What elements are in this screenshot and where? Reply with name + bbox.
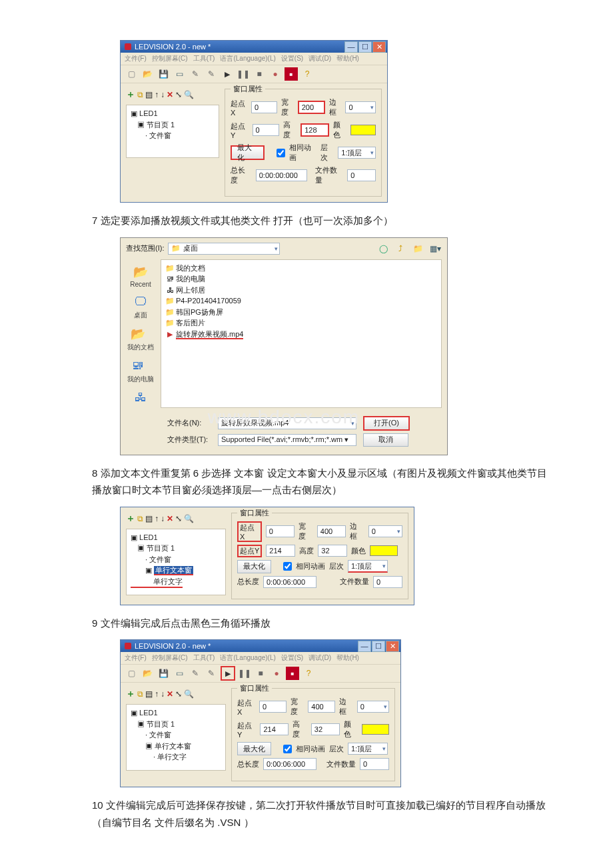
input-duration[interactable]: 0:00:00:000 bbox=[256, 169, 307, 181]
tree-node-page[interactable]: ▣ 节目页 1 bbox=[131, 719, 221, 730]
select-layer[interactable]: 1:顶层▾ bbox=[348, 560, 388, 573]
maximize-button[interactable]: 最大化 bbox=[237, 560, 271, 573]
recent-icon[interactable]: 📂 bbox=[130, 263, 151, 281]
search-icon[interactable]: 🔍 bbox=[184, 514, 194, 523]
menu-settings[interactable]: 设置(S) bbox=[281, 653, 303, 663]
tree-node-singleline[interactable]: 单行文字 bbox=[131, 576, 183, 589]
close-button[interactable]: ✕ bbox=[386, 641, 399, 652]
add-icon[interactable]: ＋ bbox=[126, 89, 135, 101]
new-icon[interactable]: ▢ bbox=[125, 67, 138, 81]
input-starty[interactable]: 214 bbox=[266, 545, 295, 557]
desktop-icon[interactable]: 🖵 bbox=[130, 293, 151, 311]
menu-file[interactable]: 文件(F) bbox=[125, 54, 147, 63]
pause-icon[interactable]: ❚❚ bbox=[237, 67, 250, 81]
color-swatch[interactable] bbox=[370, 545, 398, 556]
led-icon[interactable]: ■ bbox=[285, 67, 298, 81]
sameframe-checkbox[interactable] bbox=[283, 562, 292, 571]
new-icon[interactable]: ▢ bbox=[125, 667, 138, 680]
up-icon[interactable]: ↑ bbox=[155, 689, 159, 699]
up-icon[interactable]: ↑ bbox=[155, 90, 159, 99]
record-icon[interactable]: ● bbox=[269, 67, 282, 81]
down-icon[interactable]: ↓ bbox=[161, 90, 165, 99]
input-height[interactable]: 32 bbox=[311, 723, 340, 735]
expand-icon[interactable]: ⤡ bbox=[175, 90, 182, 99]
file-list[interactable]: 📁我的文档 🖳我的电脑 🖧网上邻居 📁P4-P201404170059 📁韩国P… bbox=[161, 259, 442, 408]
list-item[interactable]: 📁我的文档 bbox=[165, 263, 437, 274]
screen-icon[interactable]: ▭ bbox=[173, 667, 186, 680]
search-icon[interactable]: 🔍 bbox=[184, 90, 194, 99]
paste-icon[interactable]: ▤ bbox=[145, 689, 153, 699]
menu-file[interactable]: 文件(F) bbox=[125, 653, 147, 663]
color-swatch[interactable] bbox=[350, 125, 376, 135]
menu-debug[interactable]: 调试(D) bbox=[308, 653, 331, 663]
delete-icon[interactable]: ✕ bbox=[167, 514, 173, 523]
new-folder-icon[interactable]: 📁 bbox=[411, 242, 424, 255]
up-folder-icon[interactable]: ⤴ bbox=[394, 242, 407, 255]
menu-help[interactable]: 帮助(H) bbox=[336, 54, 359, 63]
close-button[interactable]: ✕ bbox=[372, 41, 386, 53]
led-icon[interactable]: ■ bbox=[286, 667, 299, 680]
copy-icon[interactable]: ⧉ bbox=[137, 90, 143, 99]
color-swatch[interactable] bbox=[362, 724, 389, 735]
input-duration[interactable]: 0:00:06:000 bbox=[263, 758, 316, 770]
tree-node-page[interactable]: ▣ 节目页 1 bbox=[131, 543, 221, 554]
minimize-button[interactable]: — bbox=[358, 641, 371, 652]
select-filetype[interactable]: Supported File(*.avi;*.rmvb;*.rm;*.wm ▾ bbox=[218, 434, 356, 446]
menu-language[interactable]: 语言(Language)(L) bbox=[220, 54, 275, 63]
delete-icon[interactable]: ✕ bbox=[167, 90, 173, 99]
brush-icon[interactable]: ✎ bbox=[189, 67, 202, 81]
list-item[interactable]: 🖧网上邻居 bbox=[165, 285, 437, 296]
input-height[interactable]: 32 bbox=[318, 545, 347, 557]
tree-node-page[interactable]: ▣ 节目页 1 bbox=[131, 119, 215, 131]
input-filecount[interactable]: 0 bbox=[347, 169, 376, 181]
menu-screen[interactable]: 控制屏幕(C) bbox=[152, 653, 188, 663]
tree-node-led[interactable]: ▣ LED1 bbox=[131, 532, 221, 543]
select-layer[interactable]: 1:顶层▾ bbox=[338, 147, 376, 159]
select-border[interactable]: 0▾ bbox=[345, 101, 376, 113]
menu-debug[interactable]: 调试(D) bbox=[308, 54, 331, 63]
list-item[interactable]: 🖳我的电脑 bbox=[165, 273, 437, 285]
input-filecount[interactable]: 0 bbox=[360, 758, 389, 770]
stop-icon[interactable]: ■ bbox=[254, 667, 267, 680]
play-icon[interactable]: ▶ bbox=[221, 67, 234, 81]
tree-node-led[interactable]: ▣ LED1 bbox=[131, 707, 221, 719]
menu-tools[interactable]: 工具(T) bbox=[193, 653, 215, 663]
input-startx[interactable]: 0 bbox=[259, 701, 287, 713]
save-icon[interactable]: 💾 bbox=[157, 67, 170, 81]
minimize-button[interactable]: — bbox=[344, 41, 358, 53]
input-filecount[interactable]: 0 bbox=[373, 576, 402, 588]
paste-icon[interactable]: ▤ bbox=[145, 514, 153, 523]
input-width[interactable]: 400 bbox=[317, 525, 346, 537]
menu-language[interactable]: 语言(Language)(L) bbox=[220, 653, 275, 663]
list-item[interactable]: 📁P4-P201404170059 bbox=[165, 295, 437, 307]
save-icon[interactable]: 💾 bbox=[157, 667, 170, 680]
pause-icon[interactable]: ❚❚ bbox=[238, 667, 251, 680]
mydocs-icon[interactable]: 📂 bbox=[127, 325, 149, 343]
network-icon[interactable]: 🖧 bbox=[130, 389, 151, 407]
cancel-button[interactable]: 取消 bbox=[363, 433, 408, 447]
open-icon[interactable]: 📂 bbox=[141, 67, 154, 81]
menu-screen[interactable]: 控制屏幕(C) bbox=[152, 54, 188, 63]
input-height[interactable]: 128 bbox=[301, 123, 329, 137]
input-filename[interactable]: 旋转屏效果视频.mp4▾ bbox=[218, 417, 356, 429]
select-scope[interactable]: 📁 桌面▾ bbox=[168, 243, 280, 255]
down-icon[interactable]: ↓ bbox=[161, 689, 165, 699]
select-layer[interactable]: 1:顶层▾ bbox=[348, 743, 388, 755]
maximize-button[interactable]: ☐ bbox=[358, 41, 372, 53]
search-icon[interactable]: 🔍 bbox=[184, 689, 194, 699]
menu-settings[interactable]: 设置(S) bbox=[281, 54, 303, 63]
edit-icon[interactable]: ✎ bbox=[205, 67, 218, 81]
paste-icon[interactable]: ▤ bbox=[145, 90, 153, 99]
open-button[interactable]: 打开(O) bbox=[363, 416, 410, 431]
delete-icon[interactable]: ✕ bbox=[167, 689, 173, 699]
input-width[interactable]: 400 bbox=[308, 701, 335, 713]
help-icon[interactable]: ? bbox=[302, 667, 315, 680]
brush-icon[interactable]: ✎ bbox=[189, 667, 202, 680]
help-icon[interactable]: ? bbox=[301, 67, 314, 81]
copy-icon[interactable]: ⧉ bbox=[137, 689, 143, 699]
maximize-button[interactable]: ☐ bbox=[372, 641, 385, 652]
record-icon[interactable]: ● bbox=[270, 667, 283, 680]
maximize-button[interactable]: 最大化 bbox=[231, 145, 265, 160]
program-tree[interactable]: ▣ LED1 ▣ 节目页 1 · 文件窗 ▣ 单行文本窗 · 单行文字 bbox=[126, 704, 226, 771]
tree-node-textwin[interactable]: ▣ 单行文本窗 bbox=[131, 565, 221, 576]
